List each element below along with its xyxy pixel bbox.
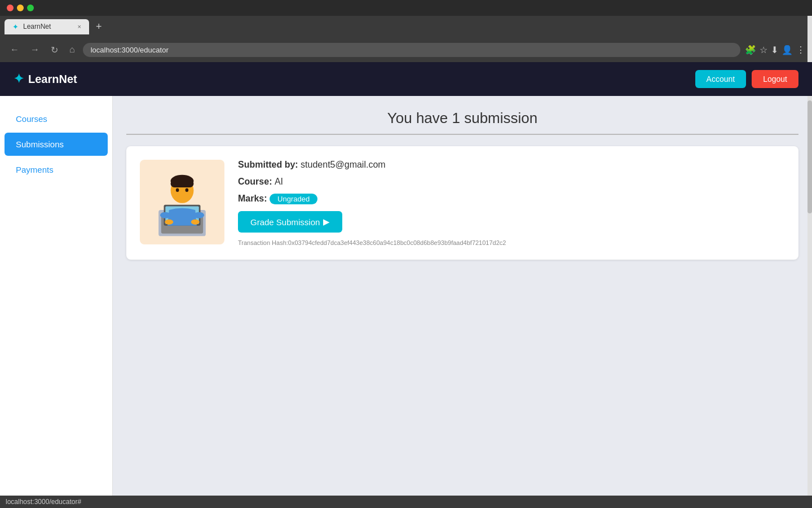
browser-titlebar xyxy=(0,0,812,16)
sidebar: Courses Submissions Payments xyxy=(0,96,113,508)
logout-button[interactable]: Logout xyxy=(752,70,798,88)
scrollbar-thumb[interactable] xyxy=(807,100,812,213)
main-content: You have 1 submission xyxy=(113,96,812,508)
svg-point-10 xyxy=(193,212,204,218)
home-button[interactable]: ⌂ xyxy=(66,42,78,57)
logo-icon: ✦ xyxy=(14,72,24,86)
submitted-by-row: Submitted by: student5@gmail.com xyxy=(238,160,785,170)
sidebar-item-courses[interactable]: Courses xyxy=(5,107,108,130)
svg-point-7 xyxy=(176,188,179,192)
sidebar-item-payments[interactable]: Payments xyxy=(5,158,108,181)
course-value: AI xyxy=(275,177,283,186)
svg-point-8 xyxy=(186,188,189,192)
tx-hash-label: Transaction Hash: xyxy=(238,239,288,246)
reload-button[interactable]: ↻ xyxy=(47,42,61,58)
marks-badge: Ungraded xyxy=(270,194,317,204)
sidebar-item-submissions[interactable]: Submissions xyxy=(5,133,108,156)
svg-point-9 xyxy=(160,212,171,218)
grade-submission-button[interactable]: Grade Submission ▶ xyxy=(238,211,342,233)
app-body: Courses Submissions Payments You have 1 … xyxy=(0,96,812,508)
account-button[interactable]: Account xyxy=(695,70,747,88)
status-url: localhost:3000/educator# xyxy=(6,498,81,506)
close-dot[interactable] xyxy=(7,5,14,11)
course-row: Course: AI xyxy=(238,177,785,187)
address-bar[interactable]: localhost:3000/educator xyxy=(83,43,740,57)
marks-label: Marks: xyxy=(238,194,270,203)
avatar-illustration xyxy=(148,165,216,239)
marks-row: Marks: Ungraded xyxy=(238,194,785,204)
menu-icon[interactable]: ⋮ xyxy=(796,45,805,55)
app-logo: ✦ LearnNet xyxy=(14,72,695,86)
url-text: localhost:3000/educator xyxy=(91,46,169,54)
profile-icon[interactable]: 👤 xyxy=(782,45,793,55)
app-name: LearnNet xyxy=(28,73,77,86)
svg-point-11 xyxy=(165,220,173,225)
submitted-by-label: Submitted by: xyxy=(238,160,301,169)
browser-tab[interactable]: ✦ LearnNet × xyxy=(5,19,89,34)
svg-point-12 xyxy=(191,220,200,225)
back-button[interactable]: ← xyxy=(7,42,23,57)
submission-card: Submitted by: student5@gmail.com Course:… xyxy=(126,146,798,260)
minimize-dot[interactable] xyxy=(17,5,24,11)
toolbar-icons: 🧩 ☆ ⬇ 👤 ⋮ xyxy=(745,45,805,55)
header-actions: Account Logout xyxy=(695,70,798,88)
grade-button-label: Grade Submission xyxy=(250,217,320,227)
browser-tab-bar: ✦ LearnNet × + xyxy=(0,16,812,37)
course-label: Course: xyxy=(238,177,275,186)
transaction-hash: Transaction Hash:0x03794cfedd7dca3ef443e… xyxy=(238,239,785,246)
bookmark-icon[interactable]: ☆ xyxy=(760,45,767,55)
page-title: You have 1 submission xyxy=(126,110,798,135)
download-icon[interactable]: ⬇ xyxy=(771,45,778,55)
forward-button[interactable]: → xyxy=(27,42,43,57)
extensions-icon: 🧩 xyxy=(745,45,756,55)
submitted-by-value: student5@gmail.com xyxy=(301,160,386,169)
tx-hash-value: 0x03794cfedd7dca3ef443e38c60a94c18bc0c08… xyxy=(288,239,506,246)
status-bar: localhost:3000/educator# xyxy=(0,496,812,508)
tab-title: LearnNet xyxy=(23,23,51,30)
app-header: ✦ LearnNet Account Logout xyxy=(0,62,812,96)
close-tab-button[interactable]: × xyxy=(78,23,81,30)
arrow-icon: ▶ xyxy=(323,217,330,227)
student-avatar xyxy=(140,160,224,244)
svg-rect-6 xyxy=(171,180,194,187)
browser-toolbar: ← → ↻ ⌂ localhost:3000/educator 🧩 ☆ ⬇ 👤 … xyxy=(0,37,812,62)
submission-details: Submitted by: student5@gmail.com Course:… xyxy=(238,160,785,246)
browser-dots xyxy=(7,5,34,11)
fullscreen-dot[interactable] xyxy=(27,5,34,11)
new-tab-button[interactable]: + xyxy=(91,19,107,35)
tab-favicon: ✦ xyxy=(12,23,19,31)
grade-button-container: Grade Submission ▶ xyxy=(238,211,785,239)
